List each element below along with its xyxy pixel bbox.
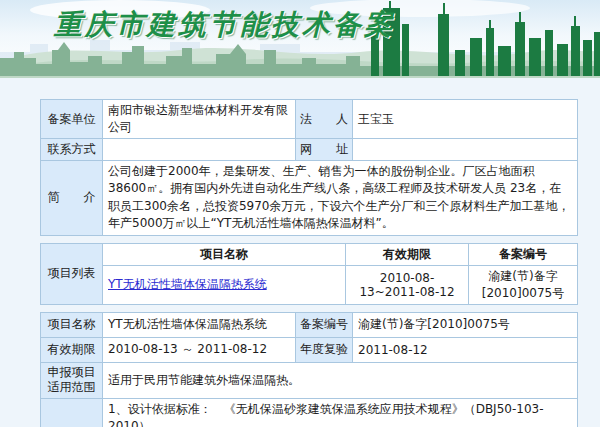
table-row: 项目名称 YT无机活性墙体保温隔热系统 备案编号 渝建(节)备字[2010]00… [41, 312, 578, 337]
contact-label: 联系方式 [41, 139, 103, 161]
contact-value [103, 139, 296, 161]
annual-review-value: 2011-08-12 [353, 337, 578, 362]
table-row: 项目列表 项目名称 有效期限 备案编号 [41, 243, 578, 265]
scope-label: 申报项目 适用范围 [41, 362, 103, 398]
project-name-label: 项目名称 [41, 312, 103, 337]
table-row: 有效期限 2010-08-13 ～ 2011-08-12 年度复验 2011-0… [41, 337, 578, 362]
scope-label-line1: 申报项目 [43, 365, 100, 381]
table-row: 简 介 公司创建于2000年，是集研发、生产、销售为一体的股份制企业。厂区占地面… [41, 161, 578, 236]
column-header-filing-no: 备案编号 [469, 243, 578, 265]
page-title: 重庆市建筑节能技术备案 [54, 6, 395, 44]
scope-value: 适用于民用节能建筑外墙保温隔热。 [103, 362, 578, 398]
scope-label-line2: 适用范围 [43, 380, 100, 396]
project-detail-table: 项目名称 YT无机活性墙体保温隔热系统 备案编号 渝建(节)备字[2010]00… [40, 312, 578, 427]
content: 备案单位 南阳市银达新型墙体材料开发有限公司 法 人 王宝玉 联系方式 网 址 … [0, 78, 600, 427]
website-value [353, 139, 578, 161]
intro-label: 简 介 [41, 161, 103, 236]
project-list-label: 项目列表 [41, 243, 103, 304]
table-row: 备案单位 南阳市银达新型墙体材料开发有限公司 法 人 王宝玉 [41, 100, 578, 139]
filing-no-label: 备案编号 [296, 312, 353, 337]
banner: 重庆市建筑节能技术备案 [0, 0, 600, 78]
company-info-table: 备案单位 南阳市银达新型墙体材料开发有限公司 法 人 王宝玉 联系方式 网 址 … [40, 99, 578, 236]
project-name-cell: YT无机活性墙体保温隔热系统 [103, 265, 346, 304]
company-intro: 公司创建于2000年，是集研发、生产、销售为一体的股份制企业。厂区占地面积386… [103, 161, 578, 236]
validity-label: 有效期限 [41, 337, 103, 362]
legal-person-label: 法 人 [296, 100, 353, 139]
filing-no-value: 渝建(节)备字[2010]0075号 [353, 312, 578, 337]
project-validity-cell: 2010-08-13~2011-08-12 [346, 265, 469, 304]
filing-unit-label: 备案单位 [41, 100, 103, 139]
column-header-project-name: 项目名称 [103, 243, 346, 265]
table-row: 联系方式 网 址 [41, 139, 578, 161]
page: 重庆市建筑节能技术备案 备案单位 南阳市银达新型墙体材料开发有限公司 法 人 王… [0, 0, 600, 427]
project-link[interactable]: YT无机活性墙体保温隔热系统 [108, 277, 267, 291]
standard-item-1: 1、设计依据标准： 《无机保温砂浆建筑保温系统应用技术规程》（DBJ50-103… [103, 398, 578, 427]
table-row: 申报项目 适用范围 适用于民用节能建筑外墙保温隔热。 [41, 362, 578, 398]
table-row: 申报项目 执行标准 1、设计依据标准： 《无机保温砂浆建筑保温系统应用技术规程》… [41, 398, 578, 427]
project-list-table: 项目列表 项目名称 有效期限 备案编号 YT无机活性墙体保温隔热系统 2010-… [40, 243, 578, 305]
standards-label: 申报项目 执行标准 [41, 398, 103, 427]
legal-person-value: 王宝玉 [353, 100, 578, 139]
column-header-validity: 有效期限 [346, 243, 469, 265]
website-label: 网 址 [296, 139, 353, 161]
project-name-value: YT无机活性墙体保温隔热系统 [103, 312, 296, 337]
validity-value: 2010-08-13 ～ 2011-08-12 [103, 337, 296, 362]
annual-review-label: 年度复验 [296, 337, 353, 362]
table-row: YT无机活性墙体保温隔热系统 2010-08-13~2011-08-12 渝建(… [41, 265, 578, 304]
project-filing-no-cell: 渝建(节)备字[2010]0075号 [469, 265, 578, 304]
filing-unit-value: 南阳市银达新型墙体材料开发有限公司 [103, 100, 296, 139]
